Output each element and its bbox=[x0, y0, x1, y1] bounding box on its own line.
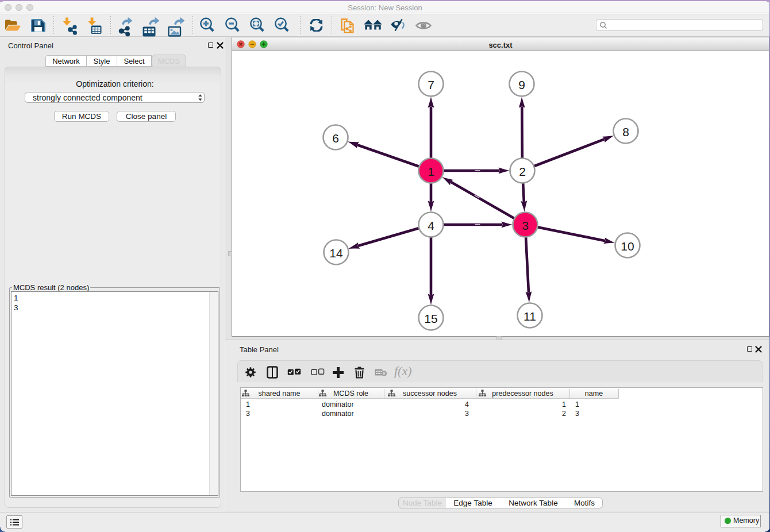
svg-text:3: 3 bbox=[522, 219, 529, 232]
svg-text:8: 8 bbox=[622, 125, 629, 138]
svg-text:7: 7 bbox=[428, 78, 434, 91]
svg-text:15: 15 bbox=[424, 312, 437, 325]
svg-text:6: 6 bbox=[332, 132, 339, 145]
svg-text:10: 10 bbox=[621, 240, 634, 253]
svg-text:11: 11 bbox=[523, 310, 536, 323]
svg-text:2: 2 bbox=[519, 165, 526, 178]
svg-text:9: 9 bbox=[518, 78, 525, 91]
svg-text:4: 4 bbox=[428, 219, 434, 232]
svg-text:14: 14 bbox=[329, 246, 343, 260]
svg-text:1: 1 bbox=[428, 165, 434, 178]
